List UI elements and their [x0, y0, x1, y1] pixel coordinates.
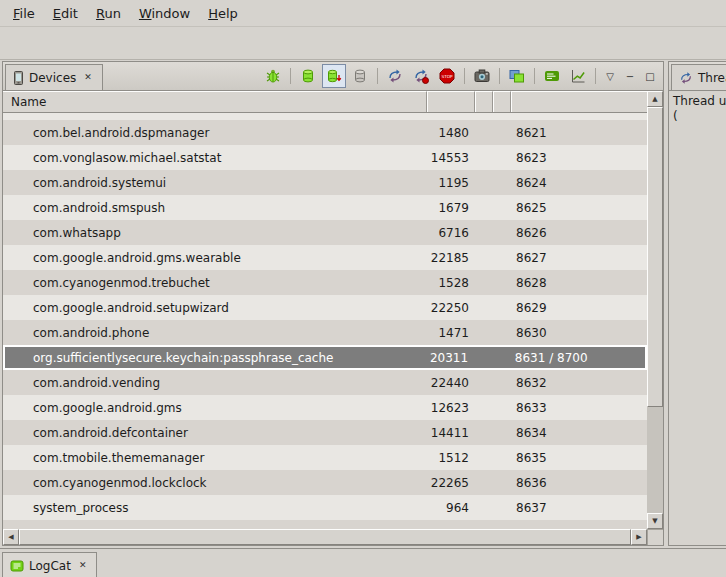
scroll-down-icon[interactable]: ▼: [647, 513, 663, 529]
toolbar-separator: [499, 68, 500, 84]
cell-pid: 22440: [427, 376, 475, 390]
cell-pid: 22185: [427, 251, 475, 265]
cell-process-name: com.vonglasow.michael.satstat: [3, 151, 427, 165]
cell-port: 8627: [511, 251, 647, 265]
cell-process-name: com.android.phone: [3, 326, 427, 340]
cell-pid: 1195: [427, 176, 475, 190]
report-icon[interactable]: [505, 64, 529, 88]
tab-devices-close-icon[interactable]: ✕: [81, 71, 95, 84]
cell-pid: 1679: [427, 201, 475, 215]
devices-panel: Devices ✕: [2, 61, 664, 546]
vertical-scroll-thumb[interactable]: [647, 107, 663, 407]
ddms-window: { "menu_bar": { "items": [ { "label": "F…: [0, 0, 726, 577]
threads-message-line1: Thread up: [673, 94, 726, 109]
main-toolbar-strip: [0, 27, 726, 60]
cell-pid: 964: [427, 501, 475, 515]
toolbar-separator: [290, 68, 291, 84]
cell-process-name: com.bel.android.dspmanager: [3, 126, 427, 140]
cell-port: 8625: [511, 201, 647, 215]
header-col3[interactable]: [475, 91, 493, 112]
table-row[interactable]: com.google.android.setupwizard 22250 862…: [3, 295, 647, 320]
toolbar-separator: [534, 68, 535, 84]
header-port[interactable]: [511, 91, 647, 112]
scrollbar-corner: [647, 529, 663, 545]
dump-hprof-icon[interactable]: [322, 64, 346, 88]
threads-message-line2: (: [673, 109, 726, 124]
screen-capture-icon[interactable]: [470, 64, 494, 88]
tab-threads[interactable]: Threads: [671, 64, 726, 90]
table-row[interactable]: com.vonglasow.michael.satstat 14553 8623: [3, 145, 647, 170]
cell-process-name: com.tmobile.thememanager: [3, 451, 427, 465]
table-row[interactable]: com.android.smspush 1679 8625: [3, 195, 647, 220]
scroll-left-icon[interactable]: ◀: [3, 529, 19, 545]
device-table-header: Name: [3, 91, 647, 113]
main-area: Devices ✕: [0, 61, 726, 548]
devices-toolbar: STOP ▽ − □: [261, 64, 659, 88]
scroll-right-icon[interactable]: ▶: [631, 529, 647, 545]
table-row[interactable]: com.android.systemui 1195 8624: [3, 170, 647, 195]
cell-pid: 20311: [426, 351, 474, 365]
update-threads-icon[interactable]: [383, 64, 407, 88]
cause-gc-icon[interactable]: [348, 64, 372, 88]
tab-devices[interactable]: Devices ✕: [5, 64, 103, 90]
menu-run[interactable]: Run: [87, 2, 130, 25]
cell-port: 8634: [511, 426, 647, 440]
cell-port: 8626: [511, 226, 647, 240]
table-row[interactable]: com.tmobile.thememanager 1512 8635: [3, 445, 647, 470]
table-row[interactable]: com.android.vending 22440 8632: [3, 370, 647, 395]
table-row[interactable]: com.cyanogenmod.trebuchet 1528 8628: [3, 270, 647, 295]
horizontal-scroll-thumb[interactable]: [19, 529, 631, 545]
table-row[interactable]: com.google.android.gms.wearable 22185 86…: [3, 245, 647, 270]
menu-file[interactable]: File: [4, 2, 44, 25]
table-row[interactable]: com.android.defcontainer 14411 8634: [3, 420, 647, 445]
menu-help[interactable]: Help: [199, 2, 247, 25]
cell-port: 8628: [511, 276, 647, 290]
menu-edit[interactable]: Edit: [44, 2, 87, 25]
header-pid[interactable]: [427, 91, 475, 112]
cell-process-name: com.android.vending: [3, 376, 427, 390]
method-profiling-icon[interactable]: [409, 64, 433, 88]
devices-tabbar: Devices ✕: [3, 62, 663, 91]
threads-panel: Threads Thread up (: [668, 61, 726, 546]
cell-port: 8635: [511, 451, 647, 465]
cell-port: 8636: [511, 476, 647, 490]
vertical-scrollbar[interactable]: ▲ ▼: [647, 91, 663, 529]
menu-window[interactable]: Window: [130, 2, 199, 25]
tab-logcat[interactable]: LogCat ✕: [2, 552, 97, 577]
partial-row: [3, 113, 647, 120]
cell-process-name: com.android.smspush: [3, 201, 427, 215]
cell-pid: 22250: [427, 301, 475, 315]
table-row[interactable]: com.bel.android.dspmanager 1480 8621: [3, 120, 647, 145]
table-row[interactable]: system_process 964 8637: [3, 495, 647, 520]
threads-message: Thread up (: [669, 91, 726, 127]
tab-logcat-close-icon[interactable]: ✕: [76, 559, 90, 572]
tab-devices-label: Devices: [29, 71, 76, 85]
cell-pid: 14553: [427, 151, 475, 165]
table-row[interactable]: com.android.phone 1471 8630: [3, 320, 647, 345]
stop-process-icon[interactable]: STOP: [435, 64, 459, 88]
cell-port: 8630: [511, 326, 647, 340]
systrace-icon[interactable]: [540, 64, 564, 88]
toolbar-separator: [464, 68, 465, 84]
update-heap-icon[interactable]: [296, 64, 320, 88]
view-menu-icon[interactable]: ▽: [601, 65, 619, 87]
header-name[interactable]: Name: [3, 91, 427, 112]
tab-threads-label: Threads: [698, 71, 726, 85]
horizontal-scrollbar[interactable]: ◀ ▶: [3, 529, 647, 545]
table-row[interactable]: com.google.android.gms 12623 8633: [3, 395, 647, 420]
header-col4[interactable]: [493, 91, 511, 112]
cell-port: 8637: [511, 501, 647, 515]
cell-process-name: com.cyanogenmod.trebuchet: [3, 276, 427, 290]
cell-pid: 1528: [427, 276, 475, 290]
table-row[interactable]: org.sufficientlysecure.keychain:passphra…: [3, 345, 647, 370]
maximize-icon[interactable]: □: [641, 65, 659, 87]
scroll-up-icon[interactable]: ▲: [647, 91, 663, 107]
debug-icon[interactable]: [261, 64, 285, 88]
opengl-trace-icon[interactable]: [566, 64, 590, 88]
minimize-icon[interactable]: −: [621, 65, 639, 87]
table-row[interactable]: com.whatsapp 6716 8626: [3, 220, 647, 245]
threads-tabbar: Threads: [669, 62, 726, 91]
svg-text:STOP: STOP: [441, 74, 453, 79]
table-row[interactable]: com.cyanogenmod.lockclock 22265 8636: [3, 470, 647, 495]
device-table-rows: com.bel.android.dspmanager 1480 8621 com…: [3, 113, 647, 529]
